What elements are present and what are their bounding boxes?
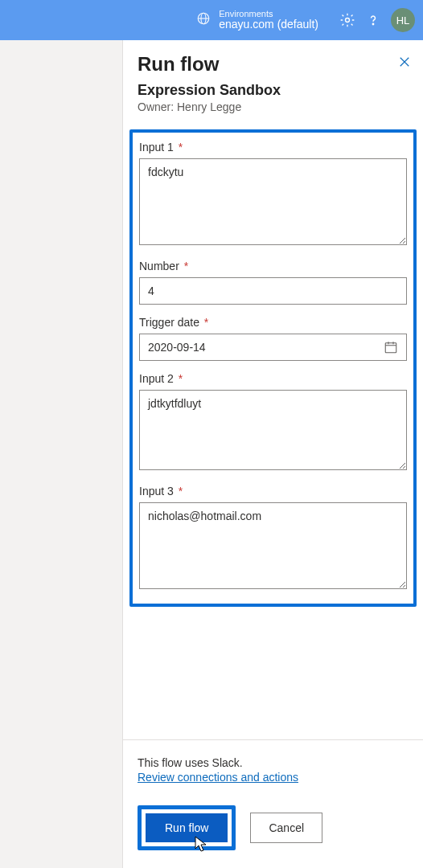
label-input3: Input 3 * [139, 485, 407, 497]
run-flow-panel: Run flow Expression Sandbox Owner: Henry… [122, 40, 423, 868]
panel-title: Run flow [138, 53, 409, 76]
label-number: Number * [139, 260, 407, 272]
inputs-highlight: Input 1 * Number * Trigger date * 2020-0… [129, 129, 417, 607]
svg-point-2 [346, 18, 350, 23]
input3-textarea[interactable] [139, 502, 407, 589]
close-button[interactable] [397, 55, 412, 72]
svg-point-3 [372, 23, 373, 24]
run-flow-button[interactable]: Run flow [146, 813, 228, 842]
cursor-icon [195, 836, 207, 852]
field-input3: Input 3 * [139, 485, 407, 592]
trigger-date-value: 2020-09-14 [148, 341, 384, 354]
run-button-highlight: Run flow [138, 805, 236, 850]
trigger-date-input[interactable]: 2020-09-14 [139, 334, 407, 361]
field-input1: Input 1 * [139, 141, 407, 248]
connections-text: This flow uses Slack. [138, 756, 409, 769]
user-avatar[interactable]: HL [391, 8, 415, 32]
environment-value: enayu.com (default) [219, 18, 318, 31]
field-input2: Input 2 * [139, 372, 407, 473]
globe-icon [196, 11, 211, 29]
help-icon [365, 12, 381, 28]
label-input2: Input 2 * [139, 372, 407, 385]
input1-textarea[interactable] [139, 158, 407, 245]
required-mark: * [181, 260, 188, 272]
flow-name: Expression Sandbox [138, 82, 409, 99]
required-mark: * [175, 141, 183, 154]
panel-header: Run flow Expression Sandbox Owner: Henry… [123, 40, 423, 120]
help-button[interactable] [360, 12, 386, 28]
environment-label: Environments [219, 9, 318, 18]
field-number: Number * [139, 260, 407, 305]
close-icon [397, 55, 412, 69]
input2-textarea[interactable] [139, 390, 407, 470]
number-input[interactable] [139, 277, 407, 305]
label-trigger-date: Trigger date * [139, 316, 407, 329]
app-header: Environments enayu.com (default) HL [0, 0, 423, 40]
review-connections-link[interactable]: Review connections and actions [138, 771, 298, 784]
required-mark: * [175, 372, 183, 385]
required-mark: * [201, 316, 208, 329]
required-mark: * [175, 485, 183, 497]
calendar-icon [384, 340, 398, 354]
settings-button[interactable] [335, 12, 360, 28]
environment-picker[interactable]: Environments enayu.com (default) [196, 9, 318, 31]
flow-owner: Owner: Henry Legge [138, 100, 409, 113]
button-row: Run flow Cancel [138, 805, 409, 850]
label-input1: Input 1 * [139, 141, 407, 154]
svg-rect-4 [385, 343, 396, 353]
field-trigger-date: Trigger date * 2020-09-14 [139, 316, 407, 361]
cancel-button[interactable]: Cancel [250, 813, 322, 843]
avatar-initials: HL [396, 14, 410, 27]
gear-icon [339, 12, 355, 28]
environment-text: Environments enayu.com (default) [219, 9, 318, 31]
panel-footer: This flow uses Slack. Review connections… [123, 739, 423, 868]
